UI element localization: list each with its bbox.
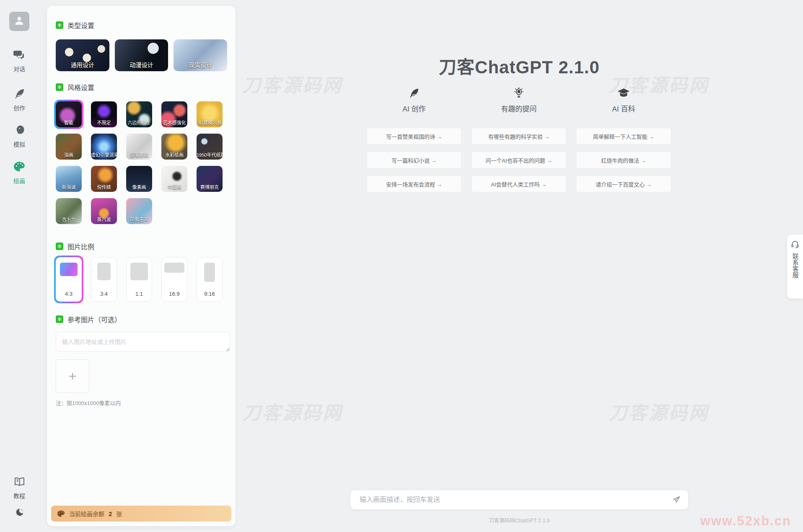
page-title: 刀客ChatGPT 2.1.0 — [236, 53, 803, 78]
asterisk-icon — [56, 315, 63, 323]
quill-icon — [409, 86, 420, 100]
style-option[interactable]: 倪传婧 — [91, 166, 117, 192]
style-option[interactable]: 像素画 — [126, 166, 152, 192]
book-icon — [14, 477, 25, 489]
section-title: 图片比例 — [67, 241, 94, 251]
prompt-button[interactable]: 有哪些有趣的科学实验 → — [471, 128, 566, 145]
face-icon — [14, 124, 25, 137]
quill-icon — [14, 88, 25, 101]
chat-icon — [13, 49, 25, 62]
style-option[interactable]: 中国画 — [161, 166, 187, 192]
style-option[interactable]: 水彩绘画 — [161, 134, 187, 160]
sidebar-item-label: 绘画 — [13, 176, 25, 185]
prompt-input[interactable] — [360, 496, 672, 504]
style-option[interactable]: 智能 — [56, 101, 82, 127]
column-ai-create: AI 创作 写一首赞美祖国的诗 → 写一篇科幻小说 → 安排一场发布会流程 → — [367, 84, 461, 192]
style-option[interactable]: 蒸汽波 — [91, 198, 117, 224]
asterisk-icon — [56, 243, 63, 250]
sidebar-item-label: 创作 — [13, 103, 25, 112]
column-title: 有趣的提问 — [501, 103, 537, 114]
theme-toggle[interactable] — [0, 508, 39, 519]
moon-icon — [14, 508, 24, 519]
section-title: 风格设置 — [67, 82, 94, 92]
contact-label: 联系客服 — [790, 253, 800, 278]
sidebar-item-simulate[interactable]: 模拟 — [0, 124, 39, 148]
prompt-button[interactable]: 安排一场发布会流程 → — [367, 176, 461, 192]
style-option[interactable]: 1950年代纸雕 — [197, 134, 223, 160]
style-option[interactable]: 不限定 — [91, 101, 117, 127]
type-option-realistic[interactable]: 现实设计 — [174, 39, 227, 71]
graduation-cap-icon — [617, 86, 630, 100]
style-option[interactable]: 艺术感强化 — [161, 101, 187, 127]
column-ai-wiki: AI 百科 简单解释一下人工智能 → 红烧牛肉的做法 → 请介绍一下百度文心 → — [576, 84, 671, 192]
reference-section-header: 参考图片（可选） — [56, 315, 227, 323]
prompt-button[interactable]: 问一个AI也答不出的问题 → — [471, 152, 566, 168]
settings-panel: 类型设置 通用设计 动漫设计 现实设计 风格设 — [47, 6, 236, 526]
prompt-button[interactable]: 写一首赞美祖国的诗 → — [367, 128, 461, 145]
watermark: 刀客源码网 — [242, 398, 343, 425]
upload-image-button[interactable]: + — [56, 359, 89, 393]
headset-icon — [791, 240, 799, 250]
style-option[interactable]: 油画 — [56, 134, 82, 160]
prompt-button[interactable]: AI会替代人类工作吗 → — [471, 176, 566, 192]
ratio-option-9-16[interactable]: 9:16 — [197, 257, 223, 302]
send-icon[interactable] — [672, 496, 681, 504]
prompt-button[interactable]: 简单解释一下人工智能 → — [576, 128, 671, 145]
type-options: 通用设计 动漫设计 现实设计 — [56, 39, 227, 71]
type-option-anime[interactable]: 动漫设计 — [115, 39, 168, 71]
quota-count: 2 — [109, 510, 112, 517]
quota-unit: 张 — [116, 509, 122, 518]
ratio-option-3-4[interactable]: 3:4 — [91, 257, 117, 302]
style-option[interactable]: 新海诚 — [56, 166, 82, 192]
section-title: 参考图片（可选） — [67, 314, 121, 324]
section-title: 类型设置 — [67, 20, 94, 30]
upload-note: 注：限1000x1000像素以内 — [56, 399, 227, 407]
ratio-options: 4:3 3:4 1:1 16:9 9:16 — [56, 257, 227, 302]
sidebar-item-label: 教程 — [13, 491, 25, 500]
prompt-input-bar — [350, 490, 688, 509]
quota-text: 当前绘画余额 — [69, 509, 104, 518]
reference-url-input[interactable] — [56, 332, 230, 352]
style-option[interactable]: 铅笔素描 — [126, 134, 152, 160]
plus-icon: + — [69, 369, 77, 383]
style-option[interactable]: 赛博朋克 — [197, 166, 223, 192]
bulb-icon — [513, 86, 524, 100]
palette-icon — [57, 510, 65, 517]
style-option[interactable]: 印象主义 — [126, 198, 152, 224]
palette-icon — [13, 161, 25, 174]
sidebar: 对话 创作 模拟 绘画 教程 — [0, 0, 39, 532]
sidebar-item-label: 对话 — [13, 65, 25, 73]
style-section-header: 风格设置 — [56, 83, 227, 91]
asterisk-icon — [56, 21, 63, 29]
app-root: 刀客源码网 刀客源码网 刀客源码网 刀客源码网 www.52xb.cn 对话 创… — [0, 0, 803, 532]
sidebar-item-create[interactable]: 创作 — [0, 88, 39, 112]
sidebar-item-label: 模拟 — [13, 140, 25, 148]
avatar[interactable] — [9, 12, 29, 31]
asterisk-icon — [56, 83, 63, 91]
type-section-header: 类型设置 — [56, 21, 227, 29]
column-fun-questions: 有趣的提问 有哪些有趣的科学实验 → 问一个AI也答不出的问题 → AI会替代人… — [471, 84, 566, 192]
footer-version: 刀客源码网ChatGPT 2.1.0 — [236, 516, 803, 524]
style-option[interactable]: 3D建模风格 — [197, 101, 223, 127]
ratio-option-16-9[interactable]: 16:9 — [161, 257, 187, 302]
column-title: AI 百科 — [612, 103, 635, 114]
sidebar-item-tutorial[interactable]: 教程 — [0, 477, 39, 500]
prompt-button[interactable]: 红烧牛肉的做法 → — [576, 152, 671, 168]
ratio-option-4-3[interactable]: 4:3 — [56, 257, 82, 302]
sidebar-item-draw[interactable]: 绘画 — [0, 161, 39, 185]
watermark: 刀客源码网 — [609, 398, 709, 425]
ratio-option-1-1[interactable]: 1:1 — [126, 257, 152, 302]
type-option-general[interactable]: 通用设计 — [56, 39, 109, 71]
style-option[interactable]: 六边形战士 — [126, 101, 152, 127]
column-title: AI 创作 — [403, 103, 426, 114]
prompt-button[interactable]: 写一篇科幻小说 → — [367, 152, 461, 168]
style-option[interactable]: 吉卜力 — [56, 198, 82, 224]
user-icon — [13, 14, 26, 28]
contact-support-tab[interactable]: 联系客服 — [787, 235, 803, 299]
sidebar-item-chat[interactable]: 对话 — [0, 49, 39, 73]
ratio-section-header: 图片比例 — [56, 242, 227, 251]
quota-bar: 当前绘画余额 2 张 — [51, 506, 231, 522]
prompt-button[interactable]: 请介绍一下百度文心 → — [576, 176, 671, 192]
style-option[interactable]: 虚幻引擎渲染 — [91, 134, 117, 160]
style-options: 智能 不限定 六边形战士 艺术感强化 3D建模风格 油画 虚幻引擎渲染 铅笔素描… — [56, 101, 227, 224]
